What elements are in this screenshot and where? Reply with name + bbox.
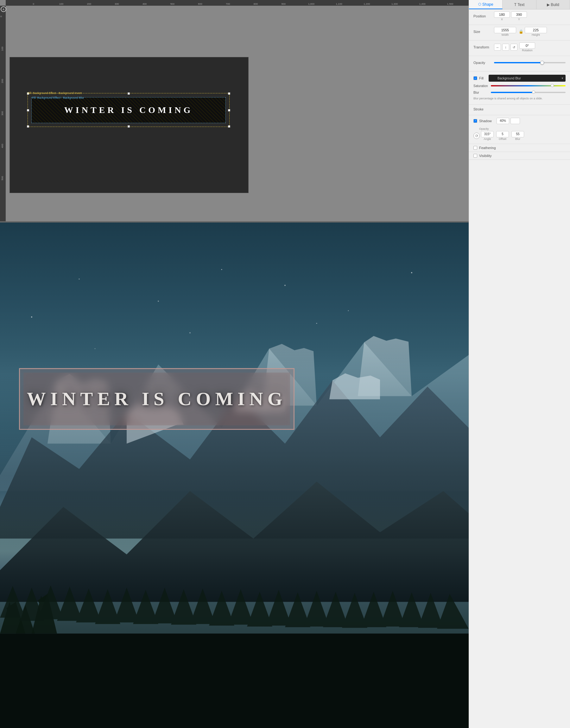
- shadow-opacity-label-row: Opacity: [479, 125, 566, 131]
- right-panel: ⬡ Shape T Text ▶ Build Position X Y: [469, 0, 570, 728]
- shadow-blur-input[interactable]: 55: [511, 131, 524, 137]
- preview-section: WINTER IS COMING: [0, 222, 469, 728]
- shadow-opacity-input[interactable]: 40%: [497, 118, 509, 124]
- position-label: Position: [474, 14, 494, 18]
- shape-tab-icon: ⬡: [478, 2, 481, 6]
- rotation-group: Rotation: [519, 42, 535, 52]
- shadow-angle-row: 315° Angle 5 Offset 55 Blur: [474, 131, 566, 140]
- fill-note: Blur percentage is shared among all obje…: [474, 96, 566, 101]
- visibility-checkbox[interactable]: [474, 154, 477, 158]
- rotation-input[interactable]: [519, 42, 535, 49]
- size-height-input[interactable]: [525, 27, 547, 33]
- feathering-checkbox[interactable]: [474, 146, 477, 150]
- size-width-input[interactable]: [494, 27, 516, 33]
- build-tab-icon: ▶: [547, 3, 550, 7]
- editor-section: 0 100 200 300 400 500 600 700 800 900 1,…: [0, 0, 469, 221]
- shadow-header-row: Shadow 40%: [474, 118, 566, 124]
- handle-mr[interactable]: [228, 109, 230, 111]
- blur-row: Blur: [474, 90, 566, 95]
- transform-buttons: ↔ ↕ ↺: [494, 44, 517, 51]
- editor-banner-inner[interactable]: WINTER IS COMING: [31, 97, 226, 123]
- handle-bm[interactable]: [127, 125, 130, 127]
- handle-tr[interactable]: [228, 92, 230, 95]
- mountains-svg: [0, 222, 469, 728]
- fill-label-inner: Fill: Background Effect - Background Blu…: [32, 96, 84, 99]
- size-lock-icon[interactable]: 🔒: [519, 29, 524, 34]
- shadow-color-swatch[interactable]: [511, 118, 520, 124]
- shadow-angle-label: Angle: [484, 137, 491, 140]
- preview-banner-container: WINTER IS COMING: [19, 368, 294, 430]
- tab-text-label: Text: [517, 3, 524, 7]
- fill-label: Fill: [479, 76, 489, 80]
- shadow-opacity-sublabel: Opacity: [479, 127, 489, 130]
- position-x-group: X: [494, 11, 510, 21]
- handle-bl[interactable]: [27, 125, 29, 127]
- handle-br[interactable]: [228, 125, 230, 127]
- position-x-input[interactable]: [494, 11, 510, 18]
- shadow-blur-label: Blur: [515, 137, 520, 140]
- position-x-label: X: [501, 18, 503, 21]
- svg-point-47: [316, 323, 317, 324]
- svg-point-44: [411, 272, 412, 273]
- svg-point-42: [284, 284, 286, 286]
- feathering-row: Feathering: [469, 144, 570, 152]
- svg-point-46: [189, 332, 191, 333]
- shadow-checkbox[interactable]: [474, 119, 477, 123]
- shadow-section: Shadow 40% Opacity 315° Angle 5 Offset: [469, 115, 570, 144]
- tab-build[interactable]: ▶ Build: [536, 0, 570, 9]
- fill-label-outer: Fill: Background Effect - Background Inv…: [28, 91, 82, 95]
- stroke-label: Stroke: [474, 107, 566, 111]
- blur-thumb[interactable]: [532, 90, 535, 94]
- shadow-angle-circle[interactable]: [474, 133, 480, 139]
- shadow-values: 40%: [497, 118, 520, 124]
- transform-section: Transform ↔ ↕ ↺ Rotation: [469, 40, 570, 56]
- opacity-slider[interactable]: [494, 62, 566, 63]
- shadow-angle-group: 315° Angle: [481, 131, 494, 140]
- shadow-label: Shadow: [479, 119, 497, 123]
- panel-tabs: ⬡ Shape T Text ▶ Build: [469, 0, 570, 9]
- transform-label: Transform: [474, 45, 494, 49]
- opacity-label: Opacity: [474, 61, 494, 65]
- size-height-label: Height: [532, 33, 540, 36]
- saturation-thumb[interactable]: [551, 84, 554, 87]
- slide-canvas[interactable]: Fill: Background Effect - Background Inv…: [9, 57, 249, 193]
- shadow-offset-input[interactable]: 5: [496, 131, 509, 137]
- shadow-offset-label: Offset: [499, 137, 506, 140]
- tab-build-label: Build: [551, 3, 559, 7]
- fill-color-preview: [491, 75, 496, 81]
- position-y-input[interactable]: [511, 11, 527, 18]
- position-section: Position X Y: [469, 9, 570, 25]
- fill-row: Fill Background Blur ▼: [474, 75, 566, 82]
- saturation-slider[interactable]: [491, 85, 566, 86]
- tab-shape[interactable]: ⬡ Shape: [469, 0, 503, 9]
- saturation-label: Saturation: [474, 84, 491, 88]
- visibility-row: Visibility: [469, 152, 570, 160]
- position-y-group: Y: [511, 11, 527, 21]
- size-width-label: Width: [501, 33, 509, 36]
- shadow-angle-input[interactable]: 315°: [481, 131, 494, 137]
- tab-text[interactable]: T Text: [503, 0, 536, 9]
- fill-type-label: Background Blur: [498, 77, 521, 80]
- flip-v-button[interactable]: ↕: [502, 44, 509, 51]
- transform-row: Transform ↔ ↕ ↺ Rotation: [474, 44, 566, 51]
- size-section: Size Width 🔒 Height: [469, 25, 570, 40]
- add-icon: +: [1, 6, 6, 12]
- editor-banner-text: WINTER IS COMING: [64, 105, 193, 115]
- flip-h-button[interactable]: ↔: [494, 44, 501, 51]
- rotate-ccw-button[interactable]: ↺: [511, 44, 517, 51]
- feathering-label: Feathering: [479, 146, 496, 150]
- blur-slider[interactable]: [491, 92, 566, 93]
- tab-shape-label: Shape: [482, 2, 493, 7]
- fill-type-select[interactable]: Background Blur ▼: [489, 75, 566, 82]
- angle-circle-indicator: [475, 134, 478, 137]
- add-button[interactable]: +: [0, 6, 7, 13]
- fill-checkbox[interactable]: [474, 76, 477, 80]
- size-height-group: Height: [525, 27, 547, 36]
- size-label: Size: [474, 30, 494, 34]
- handle-tm[interactable]: [127, 92, 130, 95]
- handle-ml[interactable]: [27, 109, 29, 111]
- canvas-area: 0 100 200 300 400 500 600 700 800 900 1,…: [0, 0, 469, 728]
- opacity-slider-container[interactable]: [494, 62, 566, 63]
- svg-point-43: [348, 310, 349, 311]
- opacity-slider-thumb[interactable]: [540, 61, 544, 65]
